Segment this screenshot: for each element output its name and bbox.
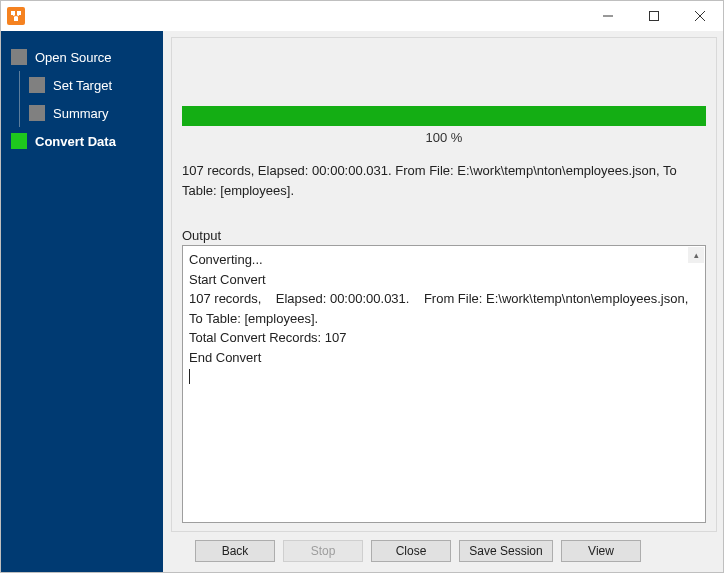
output-label: Output <box>182 228 706 243</box>
output-box[interactable]: Converting... Start Convert 107 records,… <box>182 245 706 523</box>
sidebar-item-convert-data[interactable]: Convert Data <box>1 127 163 155</box>
scroll-up-icon[interactable]: ▴ <box>688 247 704 263</box>
svg-line-3 <box>13 15 16 17</box>
body-area: Open Source Set Target Summary Convert D… <box>1 31 723 572</box>
save-session-button[interactable]: Save Session <box>459 540 553 562</box>
sidebar: Open Source Set Target Summary Convert D… <box>1 31 163 572</box>
sidebar-tree: Set Target Summary <box>1 71 163 127</box>
sidebar-item-open-source[interactable]: Open Source <box>1 43 163 71</box>
back-button[interactable]: Back <box>195 540 275 562</box>
sidebar-item-set-target[interactable]: Set Target <box>1 71 163 99</box>
minimize-button[interactable] <box>585 1 631 31</box>
sidebar-item-label: Set Target <box>53 78 112 93</box>
sidebar-item-label: Summary <box>53 106 109 121</box>
titlebar-left <box>1 7 25 25</box>
close-window-button[interactable] <box>677 1 723 31</box>
step-icon <box>11 133 27 149</box>
svg-line-4 <box>16 15 19 17</box>
step-icon <box>11 49 27 65</box>
main-panel: 100 % 107 records, Elapsed: 00:00:00.031… <box>163 31 723 572</box>
app-window: Open Source Set Target Summary Convert D… <box>0 0 724 573</box>
svg-rect-2 <box>14 17 18 21</box>
step-icon <box>29 77 45 93</box>
svg-rect-1 <box>17 11 21 15</box>
content-panel: 100 % 107 records, Elapsed: 00:00:00.031… <box>171 37 717 532</box>
svg-rect-6 <box>650 12 659 21</box>
app-icon <box>7 7 25 25</box>
svg-rect-0 <box>11 11 15 15</box>
stop-button: Stop <box>283 540 363 562</box>
output-text[interactable]: Converting... Start Convert 107 records,… <box>183 246 705 522</box>
tree-line <box>19 71 20 127</box>
step-icon <box>29 105 45 121</box>
close-button[interactable]: Close <box>371 540 451 562</box>
status-text: 107 records, Elapsed: 00:00:00.031. From… <box>182 161 706 200</box>
view-button[interactable]: View <box>561 540 641 562</box>
progress-area: 100 % <box>182 106 706 145</box>
sidebar-item-summary[interactable]: Summary <box>1 99 163 127</box>
window-controls <box>585 1 723 31</box>
maximize-button[interactable] <box>631 1 677 31</box>
progress-bar <box>182 106 706 126</box>
output-content: Converting... Start Convert 107 records,… <box>189 252 703 365</box>
sidebar-item-label: Convert Data <box>35 134 116 149</box>
text-caret <box>189 369 190 384</box>
progress-percent: 100 % <box>182 130 706 145</box>
button-row: Back Stop Close Save Session View <box>171 532 717 566</box>
sidebar-item-label: Open Source <box>35 50 112 65</box>
titlebar <box>1 1 723 31</box>
